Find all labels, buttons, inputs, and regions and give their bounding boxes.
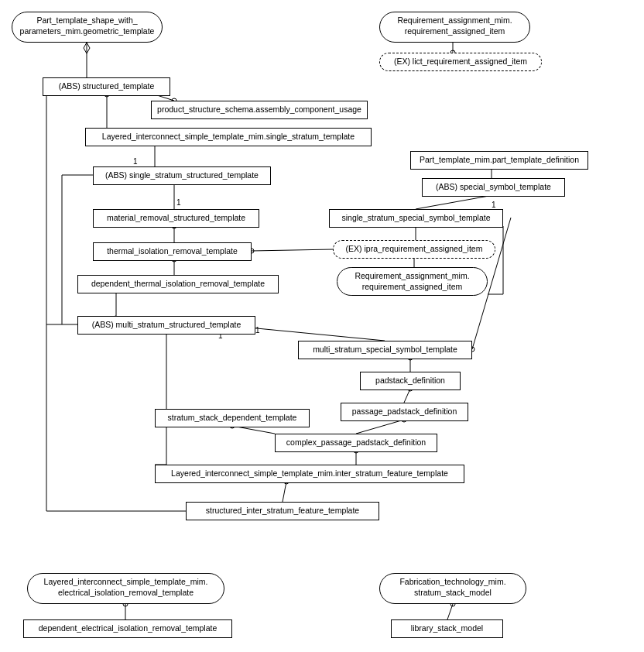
layered_simple_single: Layered_interconnect_simple_template_mim… xyxy=(85,128,372,146)
svg-text:1: 1 xyxy=(255,326,260,335)
fabrication_tech: Fabrication_technology_mim. stratum_stac… xyxy=(379,573,526,604)
abs_multi_stratum: (ABS) multi_stratum_structured_template xyxy=(77,316,255,335)
svg-text:1: 1 xyxy=(492,201,496,209)
structured_inter_stratum: structured_inter_stratum_feature_templat… xyxy=(186,502,379,520)
abs_single_stratum_structured: (ABS) single_stratum_structured_template xyxy=(93,166,271,185)
padstack_definition: padstack_definition xyxy=(360,372,461,390)
ex_lict: (EX) lict_requirement_assigned_item xyxy=(379,53,542,71)
layered_electrical: Layered_interconnect_simple_template_mim… xyxy=(27,573,224,604)
multi_stratum_special: multi_stratum_special_symbol_template xyxy=(298,341,472,359)
requirement_assignment_mim: Requirement_assignment_mim. requirement_… xyxy=(379,12,530,43)
svg-text:1: 1 xyxy=(176,198,181,207)
ex_ipra: (EX) ipra_requirement_assigned_item xyxy=(333,240,495,259)
svg-line-38 xyxy=(356,420,404,434)
dependent_thermal: dependent_thermal_isolation_removal_temp… xyxy=(77,275,279,293)
complex_passage: complex_passage_padstack_definition xyxy=(275,434,437,452)
layered_inter_feature: Layered_interconnect_simple_template_mim… xyxy=(155,465,464,483)
abs_special_symbol: (ABS) special_symbol_template xyxy=(422,178,565,197)
passage_padstack: passage_padstack_definition xyxy=(341,403,468,421)
material_removal: material_removal_structured_template xyxy=(93,209,259,228)
svg-line-19 xyxy=(252,249,333,251)
svg-line-13 xyxy=(416,195,493,209)
product_structure: product_structure_schema.assembly_compon… xyxy=(151,101,368,119)
library_stack_model: library_stack_model xyxy=(391,619,503,638)
structured_template: (ABS) structured_template xyxy=(43,77,170,96)
part_template_shape: Part_template_shape_with_ parameters_mim… xyxy=(12,12,163,43)
svg-text:1: 1 xyxy=(133,157,138,166)
part_template_mim: Part_template_mim.part_template_definiti… xyxy=(410,151,588,170)
svg-line-53 xyxy=(447,604,453,619)
stratum_stack_dependent: stratum_stack_dependent_template xyxy=(155,409,310,427)
single_stratum_special_symbol: single_stratum_special_symbol_template xyxy=(329,209,503,228)
diagram-container: 1 1 1 xyxy=(0,0,644,652)
svg-line-36 xyxy=(404,389,410,403)
thermal_isolation: thermal_isolation_removal_template xyxy=(93,242,252,261)
svg-line-47 xyxy=(283,482,286,502)
dependent_electrical: dependent_electrical_isolation_removal_t… xyxy=(23,619,232,638)
req_assignment_mim2: Requirement_assignment_mim. requirement_… xyxy=(337,267,488,296)
svg-marker-1 xyxy=(84,43,90,53)
